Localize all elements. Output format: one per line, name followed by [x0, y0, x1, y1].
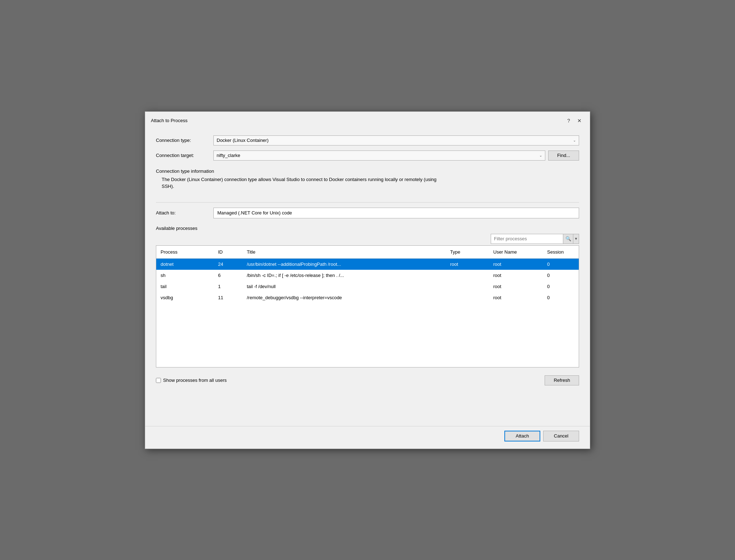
- table-cell-username: root: [489, 271, 543, 279]
- dialog-footer: Attach Cancel: [145, 426, 590, 449]
- table-cell-id: 6: [214, 271, 242, 279]
- table-cell-title: /bin/sh -c ID=.; if [ -e /etc/os-release…: [242, 271, 446, 279]
- cancel-button[interactable]: Cancel: [543, 431, 579, 441]
- connection-target-label: Connection target:: [156, 153, 213, 158]
- target-dropdown-arrow-icon: ⌄: [539, 153, 542, 157]
- col-session: Session: [543, 248, 579, 256]
- filter-dropdown-arrow-button[interactable]: ▼: [573, 234, 579, 244]
- col-title: Title: [242, 248, 446, 256]
- table-cell-session: 0: [543, 260, 579, 268]
- table-cell-type: [446, 282, 489, 291]
- filter-search-icon-button[interactable]: 🔍: [563, 234, 573, 244]
- available-processes-label: Available processes: [156, 226, 579, 231]
- connection-type-value: Docker (Linux Container): [217, 138, 269, 143]
- table-cell-username: root: [489, 260, 543, 268]
- table-cell-title: /usr/bin/dotnet --additionalProbingPath …: [242, 260, 446, 268]
- table-cell-session: 0: [543, 282, 579, 291]
- find-button[interactable]: Find...: [548, 151, 579, 161]
- show-all-users-checkbox-label[interactable]: Show processes from all users: [156, 378, 227, 383]
- table-cell-title: tail -f /dev/null: [242, 282, 446, 291]
- info-title: Connection type information: [156, 168, 579, 174]
- table-cell-type: [446, 271, 489, 279]
- table-row[interactable]: sh6/bin/sh -c ID=.; if [ -e /etc/os-rele…: [156, 270, 579, 281]
- attach-to-row: Attach to: Managed (.NET Core for Unix) …: [156, 208, 579, 218]
- separator: [156, 202, 579, 203]
- table-cell-id: 11: [214, 293, 242, 302]
- table-row[interactable]: vsdbg11/remote_debugger/vsdbg --interpre…: [156, 292, 579, 303]
- info-text-line1: The Docker (Linux Container) connection …: [162, 176, 579, 183]
- table-header: Process ID Title Type User Name Session: [156, 246, 579, 259]
- table-cell-title: /remote_debugger/vsdbg --interpreter=vsc…: [242, 293, 446, 302]
- connection-target-dropdown-wrapper: nifty_clarke ⌄ Find...: [213, 151, 579, 161]
- filter-input[interactable]: [491, 236, 563, 241]
- bottom-section: Show processes from all users Refresh: [156, 372, 579, 389]
- attach-to-input[interactable]: Managed (.NET Core for Unix) code: [213, 208, 579, 218]
- col-username: User Name: [489, 248, 543, 256]
- title-bar: Attach to Process ? ✕: [145, 112, 590, 128]
- dropdown-arrow-icon: ⌄: [573, 138, 576, 142]
- connection-type-row: Connection type: Docker (Linux Container…: [156, 135, 579, 145]
- table-row[interactable]: dotnet24/usr/bin/dotnet --additionalProb…: [156, 259, 579, 270]
- connection-type-control: Docker (Linux Container) ⌄: [213, 135, 579, 145]
- table-cell-id: 24: [214, 260, 242, 268]
- table-cell-session: 0: [543, 271, 579, 279]
- table-cell-username: root: [489, 282, 543, 291]
- refresh-button[interactable]: Refresh: [545, 375, 579, 385]
- table-cell-type: root: [446, 260, 489, 268]
- attach-to-label: Attach to:: [156, 210, 213, 216]
- table-cell-process: tail: [156, 282, 214, 291]
- table-cell-id: 1: [214, 282, 242, 291]
- connection-target-dropdown[interactable]: nifty_clarke ⌄: [213, 151, 545, 161]
- connection-type-label: Connection type:: [156, 138, 213, 143]
- col-type: Type: [446, 248, 489, 256]
- table-cell-type: [446, 293, 489, 302]
- table-cell-username: root: [489, 293, 543, 302]
- table-cell-process: vsdbg: [156, 293, 214, 302]
- attach-to-value: Managed (.NET Core for Unix) code: [217, 210, 292, 216]
- attach-to-process-dialog: Attach to Process ? ✕ Connection type: D…: [145, 111, 590, 449]
- col-process: Process: [156, 248, 214, 256]
- filter-row: 🔍 ▼: [156, 234, 579, 244]
- filter-input-wrapper: 🔍 ▼: [491, 234, 579, 244]
- process-table-container: Process ID Title Type User Name Session …: [156, 245, 579, 367]
- col-id: ID: [214, 248, 242, 256]
- table-cell-process: sh: [156, 271, 214, 279]
- show-all-users-label: Show processes from all users: [163, 378, 227, 383]
- connection-target-control: nifty_clarke ⌄ Find...: [213, 151, 579, 161]
- dialog-content: Connection type: Docker (Linux Container…: [145, 128, 590, 426]
- info-section: Connection type information The Docker (…: [156, 166, 579, 191]
- connection-target-value: nifty_clarke: [217, 153, 240, 158]
- attach-button[interactable]: Attach: [504, 431, 540, 441]
- connection-type-dropdown[interactable]: Docker (Linux Container) ⌄: [213, 135, 579, 145]
- connection-target-row: Connection target: nifty_clarke ⌄ Find..…: [156, 151, 579, 161]
- table-row[interactable]: tail1tail -f /dev/nullroot0: [156, 281, 579, 292]
- table-cell-session: 0: [543, 293, 579, 302]
- close-button[interactable]: ✕: [575, 116, 584, 125]
- info-text-line2: SSH).: [162, 183, 579, 190]
- dialog-title: Attach to Process: [151, 118, 188, 123]
- table-cell-process: dotnet: [156, 260, 214, 268]
- table-body: dotnet24/usr/bin/dotnet --additionalProb…: [156, 259, 579, 303]
- show-all-users-checkbox[interactable]: [156, 378, 161, 383]
- title-bar-controls: ? ✕: [564, 116, 584, 125]
- help-button[interactable]: ?: [564, 116, 573, 125]
